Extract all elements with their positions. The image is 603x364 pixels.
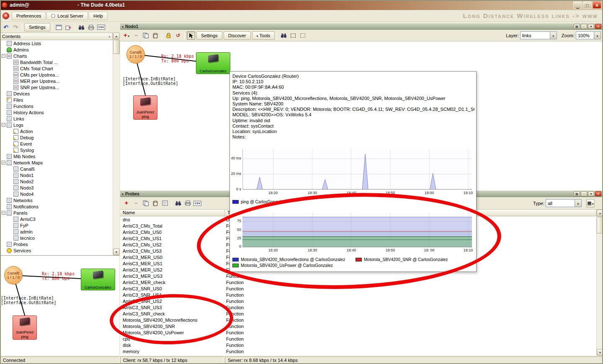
- pointer-tool-button[interactable]: [187, 31, 195, 40]
- tree-item-services[interactable]: Services: [0, 247, 113, 254]
- float-icon-button[interactable]: [581, 24, 587, 29]
- probe-row[interactable]: cpuFunction: [120, 336, 596, 342]
- canal5-node[interactable]: Canal5 1 / 1 / 0: [4, 266, 23, 285]
- paste-button[interactable]: [151, 31, 160, 40]
- undo-button[interactable]: [2, 23, 10, 31]
- close-button[interactable]: [593, 1, 601, 9]
- tree-item-admin[interactable]: admin: [0, 228, 113, 235]
- tree-item-address-lists[interactable]: Address Lists: [0, 40, 113, 46]
- tree-item-nodo1[interactable]: Nodo1: [0, 172, 113, 178]
- scroll-down-button[interactable]: [597, 349, 603, 356]
- select-region-button[interactable]: [289, 31, 297, 40]
- probe-row[interactable]: ArrisC3_SNR_US3Function: [120, 304, 596, 310]
- redo-button[interactable]: [11, 23, 20, 31]
- tree-item-fyp[interactable]: FyP: [0, 222, 113, 228]
- tree-item-network-maps[interactable]: −Network Maps: [0, 159, 113, 166]
- chevron-down-icon[interactable]: [550, 32, 557, 39]
- probe-row[interactable]: Motorola_SBV4200_UsPowerFunction: [120, 329, 596, 336]
- export-button[interactable]: [64, 23, 73, 31]
- dude-logo-icon[interactable]: ×: [3, 13, 9, 19]
- probe-row[interactable]: Motorola_SBV4200_SNRFunction: [120, 323, 596, 329]
- carlosgonzalez-node[interactable]: CarlosGonzalez: [81, 269, 115, 290]
- tree-item-arrisc3[interactable]: ArrisC3: [0, 216, 113, 222]
- tree-item-notifications[interactable]: Notifications: [0, 203, 113, 210]
- copy-button[interactable]: [142, 31, 150, 40]
- probe-row[interactable]: diskFunction: [120, 342, 596, 348]
- tile-icon-button[interactable]: [574, 24, 580, 29]
- probes-scrollbar[interactable]: [596, 210, 603, 356]
- find-button[interactable]: [174, 199, 182, 208]
- tree-item-cms-total-chart[interactable]: CMs Total Chart: [0, 65, 113, 72]
- settings-button[interactable]: Settings: [24, 23, 50, 31]
- juanperez-node[interactable]: JuanPerez ping: [133, 95, 157, 120]
- lock-button[interactable]: [164, 31, 173, 40]
- tree-item-syslog[interactable]: Syslog: [0, 147, 113, 153]
- layer-select[interactable]: links: [520, 31, 557, 39]
- tree-item-functions[interactable]: Functions: [0, 103, 113, 109]
- expander-icon[interactable]: −: [2, 161, 5, 164]
- tree-item-history-actions[interactable]: History Actions: [0, 109, 113, 115]
- column-header-name[interactable]: Name: [120, 210, 225, 216]
- collapse-icon-button[interactable]: [588, 191, 594, 196]
- tree-item-devices[interactable]: Devices: [0, 90, 113, 97]
- probe-row[interactable]: ArrisC3_SNR_US0Function: [120, 285, 596, 292]
- scroll-up-button[interactable]: [597, 210, 603, 216]
- scroll-down-button[interactable]: [113, 249, 120, 255]
- expander-icon[interactable]: −: [2, 211, 5, 215]
- tree-item-debug[interactable]: Debug: [0, 134, 113, 141]
- collapse-icon-button[interactable]: [588, 24, 594, 29]
- zoom-select[interactable]: 100%: [576, 31, 601, 39]
- help-button[interactable]: Help: [89, 12, 108, 20]
- chevron-down-icon[interactable]: [575, 200, 581, 207]
- probe-row[interactable]: memoryFunction: [120, 348, 596, 354]
- collapse-triangle-icon[interactable]: [122, 24, 124, 29]
- carlosgonzalez-node[interactable]: CarlosGonzalez: [196, 52, 230, 74]
- expander-icon[interactable]: −: [2, 123, 5, 127]
- paste-button[interactable]: [151, 199, 160, 208]
- canal5-node[interactable]: Canal5 1 / 1 / 0: [126, 45, 145, 64]
- collapse-triangle-icon[interactable]: [122, 191, 124, 196]
- type-select[interactable]: all: [546, 199, 582, 207]
- tools-button[interactable]: Tools: [252, 31, 275, 40]
- print-button[interactable]: [87, 23, 95, 31]
- tree-item-event[interactable]: Event: [0, 141, 113, 147]
- remove-button[interactable]: [132, 199, 140, 208]
- chevron-down-icon[interactable]: [594, 32, 600, 39]
- contents-scrollbar[interactable]: [113, 33, 119, 255]
- tree-item-nodo3[interactable]: Nodo3: [0, 185, 113, 191]
- probe-row[interactable]: Motorola_SBV4200_MicroreflectionsFunctio…: [120, 317, 596, 323]
- local-server-button[interactable]: Local Server: [46, 12, 88, 20]
- csv-export-button[interactable]: csv: [193, 199, 202, 208]
- probe-row[interactable]: ArrisC3_MER_checkFunction: [120, 279, 596, 285]
- add-button[interactable]: [122, 199, 131, 208]
- tree-item-probes[interactable]: Probes: [0, 241, 113, 247]
- add-button[interactable]: [122, 31, 131, 40]
- tree-item-panels[interactable]: −Panels: [0, 210, 113, 216]
- tree-item-bandwidth-total[interactable]: Bandwidth Total ...: [0, 59, 113, 65]
- columns-button[interactable]: [586, 199, 595, 208]
- tree-item-links[interactable]: Links: [0, 115, 113, 122]
- probe-row[interactable]: ArrisC3_SNR_checkFunction: [120, 310, 596, 317]
- contents-column-header[interactable]: Contents ▴: [0, 33, 113, 40]
- juanperez-node[interactable]: JuanPerez ping: [13, 315, 37, 340]
- probe-row[interactable]: ArrisC3_SNR_US1Function: [120, 292, 596, 298]
- tree-item-tecnico[interactable]: tecnico: [0, 235, 113, 241]
- close-panel-button[interactable]: [595, 191, 601, 196]
- tree-item-files[interactable]: Files: [0, 97, 113, 103]
- close-panel-button[interactable]: [595, 24, 601, 29]
- expander-icon[interactable]: −: [2, 54, 5, 58]
- remove-button[interactable]: [132, 31, 140, 40]
- scroll-up-button[interactable]: [113, 33, 120, 39]
- copy-button[interactable]: [142, 199, 150, 208]
- tree-item-mib-nodes[interactable]: Mib Nodes: [0, 153, 113, 159]
- find-button[interactable]: [77, 23, 86, 31]
- tile-icon-button[interactable]: [574, 191, 580, 196]
- find-button[interactable]: [279, 31, 288, 40]
- revert-button[interactable]: [174, 31, 182, 40]
- tree-item-mer-per-upstrea[interactable]: MER per Upstrea...: [0, 78, 113, 84]
- discover-button[interactable]: Discover: [224, 31, 251, 40]
- minimize-button[interactable]: [573, 1, 582, 9]
- tree-item-canal5[interactable]: Canal5: [0, 166, 113, 172]
- float-icon-button[interactable]: [581, 191, 587, 196]
- probe-row[interactable]: ArrisC3_MER_US3Function: [120, 273, 596, 279]
